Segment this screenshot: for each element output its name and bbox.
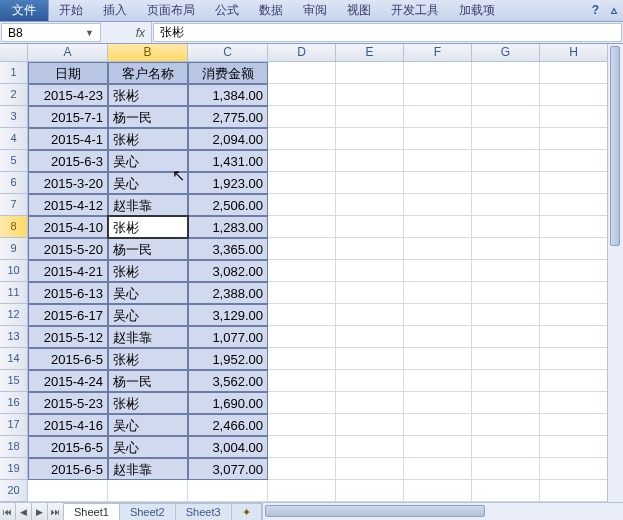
cell-H20[interactable]: [540, 480, 608, 502]
cell-A12[interactable]: 2015-6-17: [28, 304, 108, 326]
ribbon-tab-2[interactable]: 页面布局: [137, 0, 205, 21]
cell-D13[interactable]: [268, 326, 336, 348]
cell-F19[interactable]: [404, 458, 472, 480]
cell-F4[interactable]: [404, 128, 472, 150]
cell-F10[interactable]: [404, 260, 472, 282]
cell-H8[interactable]: [540, 216, 608, 238]
column-header-G[interactable]: G: [472, 44, 540, 62]
row-header-1[interactable]: 1: [0, 62, 28, 84]
sheet-tab-Sheet2[interactable]: Sheet2: [120, 503, 176, 520]
ribbon-tab-6[interactable]: 视图: [337, 0, 381, 21]
ribbon-tab-4[interactable]: 数据: [249, 0, 293, 21]
cell-C9[interactable]: 3,365.00: [188, 238, 268, 260]
cell-B14[interactable]: 张彬: [108, 348, 188, 370]
cells-area[interactable]: 日期客户名称消费金额2015-4-23张彬1,384.002015-7-1杨一民…: [28, 62, 623, 502]
cell-C10[interactable]: 3,082.00: [188, 260, 268, 282]
cell-C12[interactable]: 3,129.00: [188, 304, 268, 326]
cell-B6[interactable]: 吴心: [108, 172, 188, 194]
ribbon-tab-5[interactable]: 审阅: [293, 0, 337, 21]
cell-B17[interactable]: 吴心: [108, 414, 188, 436]
cell-G3[interactable]: [472, 106, 540, 128]
cell-A17[interactable]: 2015-4-16: [28, 414, 108, 436]
row-header-6[interactable]: 6: [0, 172, 28, 194]
cell-H9[interactable]: [540, 238, 608, 260]
cell-F2[interactable]: [404, 84, 472, 106]
cell-G6[interactable]: [472, 172, 540, 194]
cell-H18[interactable]: [540, 436, 608, 458]
row-header-11[interactable]: 11: [0, 282, 28, 304]
cell-E12[interactable]: [336, 304, 404, 326]
cell-A2[interactable]: 2015-4-23: [28, 84, 108, 106]
cell-C5[interactable]: 1,431.00: [188, 150, 268, 172]
cell-E14[interactable]: [336, 348, 404, 370]
cell-G15[interactable]: [472, 370, 540, 392]
cell-C4[interactable]: 2,094.00: [188, 128, 268, 150]
cell-G2[interactable]: [472, 84, 540, 106]
cell-E15[interactable]: [336, 370, 404, 392]
cell-B9[interactable]: 杨一民: [108, 238, 188, 260]
cell-E11[interactable]: [336, 282, 404, 304]
cell-H2[interactable]: [540, 84, 608, 106]
cell-H13[interactable]: [540, 326, 608, 348]
cell-D10[interactable]: [268, 260, 336, 282]
cell-E1[interactable]: [336, 62, 404, 84]
sheet-nav-3[interactable]: ⏭: [48, 503, 64, 520]
cell-B15[interactable]: 杨一民: [108, 370, 188, 392]
vertical-scroll-thumb[interactable]: [610, 46, 620, 246]
column-header-C[interactable]: C: [188, 44, 268, 62]
row-header-3[interactable]: 3: [0, 106, 28, 128]
ribbon-tab-3[interactable]: 公式: [205, 0, 249, 21]
cell-H12[interactable]: [540, 304, 608, 326]
ribbon-tab-8[interactable]: 加载项: [449, 0, 505, 21]
cell-D1[interactable]: [268, 62, 336, 84]
ribbon-tab-0[interactable]: 开始: [49, 0, 93, 21]
fx-label[interactable]: fx: [102, 22, 152, 43]
file-tab[interactable]: 文件: [0, 0, 49, 21]
cell-B4[interactable]: 张彬: [108, 128, 188, 150]
cell-G9[interactable]: [472, 238, 540, 260]
cell-C18[interactable]: 3,004.00: [188, 436, 268, 458]
row-header-9[interactable]: 9: [0, 238, 28, 260]
cell-F6[interactable]: [404, 172, 472, 194]
cell-A10[interactable]: 2015-4-21: [28, 260, 108, 282]
horizontal-scroll-thumb[interactable]: [265, 505, 485, 517]
cell-G13[interactable]: [472, 326, 540, 348]
cell-D5[interactable]: [268, 150, 336, 172]
cell-A20[interactable]: [28, 480, 108, 502]
cell-A8[interactable]: 2015-4-10: [28, 216, 108, 238]
column-header-F[interactable]: F: [404, 44, 472, 62]
row-header-20[interactable]: 20: [0, 480, 28, 502]
cell-D17[interactable]: [268, 414, 336, 436]
cell-F20[interactable]: [404, 480, 472, 502]
cell-A11[interactable]: 2015-6-13: [28, 282, 108, 304]
cell-H16[interactable]: [540, 392, 608, 414]
cell-E7[interactable]: [336, 194, 404, 216]
cell-H7[interactable]: [540, 194, 608, 216]
cell-H11[interactable]: [540, 282, 608, 304]
cell-C1[interactable]: 消费金额: [188, 62, 268, 84]
column-header-E[interactable]: E: [336, 44, 404, 62]
cell-D11[interactable]: [268, 282, 336, 304]
cell-E4[interactable]: [336, 128, 404, 150]
cell-D19[interactable]: [268, 458, 336, 480]
cell-F12[interactable]: [404, 304, 472, 326]
cell-G8[interactable]: [472, 216, 540, 238]
cell-A18[interactable]: 2015-6-5: [28, 436, 108, 458]
cell-B16[interactable]: 张彬: [108, 392, 188, 414]
cell-C11[interactable]: 2,388.00: [188, 282, 268, 304]
cell-G19[interactable]: [472, 458, 540, 480]
cell-D8[interactable]: [268, 216, 336, 238]
cell-E5[interactable]: [336, 150, 404, 172]
cell-C7[interactable]: 2,506.00: [188, 194, 268, 216]
cell-H1[interactable]: [540, 62, 608, 84]
cell-B13[interactable]: 赵非靠: [108, 326, 188, 348]
cell-B2[interactable]: 张彬: [108, 84, 188, 106]
row-header-19[interactable]: 19: [0, 458, 28, 480]
cell-C14[interactable]: 1,952.00: [188, 348, 268, 370]
cell-E6[interactable]: [336, 172, 404, 194]
cell-E18[interactable]: [336, 436, 404, 458]
cell-A5[interactable]: 2015-6-3: [28, 150, 108, 172]
cell-G1[interactable]: [472, 62, 540, 84]
sheet-tab-Sheet1[interactable]: Sheet1: [64, 503, 120, 520]
row-header-15[interactable]: 15: [0, 370, 28, 392]
